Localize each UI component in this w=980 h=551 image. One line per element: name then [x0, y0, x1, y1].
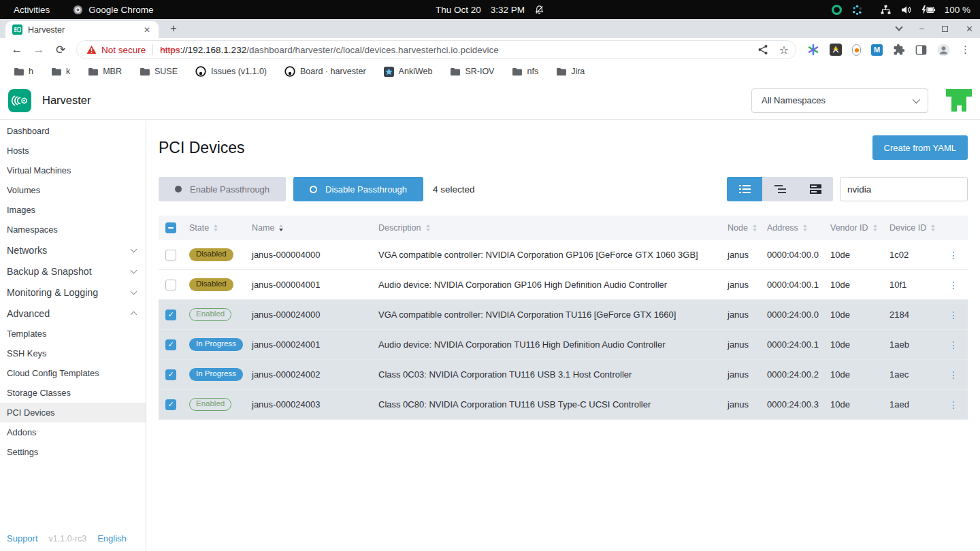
extensions-puzzle-icon[interactable]	[893, 44, 905, 56]
cell-name: janus-000024003	[245, 399, 372, 410]
not-secure-label[interactable]: Not secure	[101, 45, 146, 55]
row-checkbox[interactable]: ✓	[165, 399, 176, 410]
bookmark-folder-h[interactable]: h	[14, 67, 33, 76]
row-menu-icon[interactable]: ⋮	[949, 310, 958, 320]
extension-asterisk-icon[interactable]	[807, 44, 819, 56]
row-checkbox[interactable]: ✓	[165, 339, 176, 350]
sidebar-group-advanced[interactable]: Advanced	[0, 303, 146, 324]
row-checkbox[interactable]: ✓	[165, 369, 176, 380]
row-menu-icon[interactable]: ⋮	[949, 399, 958, 410]
address-bar[interactable]: Not secure https ://192.168.1.232 /dashb…	[76, 40, 796, 59]
sidebar-item-volumes[interactable]: Volumes	[0, 180, 146, 200]
sidebar-item-namespaces[interactable]: Namespaces	[0, 220, 146, 239]
disable-passthrough-button[interactable]: Disable Passthrough	[293, 177, 423, 201]
tree-view-button[interactable]	[762, 177, 798, 201]
system-tray[interactable]: 100 %	[831, 4, 980, 16]
sidebar-item-settings[interactable]: Settings	[0, 442, 146, 462]
sidebar-group-monitoring-logging[interactable]: Monitoring & Logging	[0, 282, 146, 303]
screen: Activities Google Chrome Thu Oct 20 3:32…	[0, 0, 980, 551]
close-window-button[interactable]: ✕	[966, 24, 973, 34]
side-panel-icon[interactable]	[915, 44, 927, 56]
bookmark-github-issues[interactable]: Issues (v1.1.0)	[195, 66, 267, 77]
bookmark-folder-nfs[interactable]: nfs	[512, 67, 538, 76]
sidebar-item-ssh-keys[interactable]: SSH Keys	[0, 344, 146, 363]
sidebar-item-storage-classes[interactable]: Storage Classes	[0, 383, 146, 403]
url-scheme: https	[160, 45, 180, 55]
header-name[interactable]: Name	[245, 223, 372, 233]
select-all-checkbox[interactable]	[165, 222, 176, 233]
focused-app-menu[interactable]: Google Chrome	[73, 5, 153, 15]
row-checkbox[interactable]	[165, 250, 176, 261]
header-vendor-id[interactable]: Vendor ID	[823, 223, 883, 233]
back-button[interactable]: ←	[7, 43, 27, 56]
support-link[interactable]: Support	[7, 533, 38, 544]
sidebar-item-templates[interactable]: Templates	[0, 324, 146, 344]
bookmark-star-icon[interactable]: ☆	[779, 44, 789, 56]
cell-description: Audio device: NVIDIA Corporation TU116 H…	[372, 339, 721, 350]
header-description[interactable]: Description	[372, 223, 721, 233]
namespace-filter-select[interactable]: All Namespaces	[751, 88, 928, 113]
bookmark-folder-jira[interactable]: Jira	[556, 67, 585, 76]
bookmark-github-board[interactable]: Board · harvester	[284, 66, 366, 77]
row-menu-icon[interactable]: ⋮	[949, 280, 958, 290]
list-view-button[interactable]	[727, 177, 762, 201]
row-menu-icon[interactable]: ⋮	[949, 369, 958, 380]
restore-button[interactable]	[942, 24, 948, 34]
folder-icon	[14, 67, 24, 76]
tab-search-icon[interactable]	[895, 23, 902, 31]
sidebar-item-dashboard[interactable]: Dashboard	[0, 121, 146, 141]
bookmark-folder-sriov[interactable]: SR-IOV	[450, 67, 494, 76]
cell-vendor-id: 10de	[823, 399, 883, 410]
sidebar-item-cloud-config-templates[interactable]: Cloud Config Templates	[0, 363, 146, 383]
card-view-button[interactable]	[798, 177, 833, 201]
tab-close-icon[interactable]: ✕	[141, 25, 153, 35]
share-icon[interactable]	[757, 44, 768, 55]
brand[interactable]: Harvester	[0, 89, 91, 112]
card-list-icon	[810, 184, 821, 194]
row-checkbox[interactable]	[165, 280, 176, 290]
cell-description: Audio device: NVIDIA Corporation GP106 H…	[372, 280, 721, 290]
row-menu-icon[interactable]: ⋮	[949, 339, 958, 350]
header-device-id[interactable]: Device ID	[883, 223, 939, 233]
browser-menu-icon[interactable]: ⋮	[960, 44, 970, 56]
sidebar-group-backup-snapshot[interactable]: Backup & Snapshot	[0, 261, 146, 282]
activities-button[interactable]: Activities	[14, 5, 50, 15]
extension-dark-square-icon[interactable]	[830, 44, 842, 56]
extension-m-icon[interactable]: M	[871, 44, 883, 56]
sidebar-item-addons[interactable]: Addons	[0, 422, 146, 442]
sidebar-item-hosts[interactable]: Hosts	[0, 141, 146, 161]
browser-tab-harvester[interactable]: Harvester ✕	[5, 21, 159, 38]
create-from-yaml-button[interactable]: Create from YAML	[872, 135, 968, 160]
bookmark-folder-k[interactable]: k	[51, 67, 70, 76]
url-path: /dashboard/harvester/c/local/devices.har…	[246, 45, 752, 55]
sidebar-group-networks[interactable]: Networks	[0, 239, 146, 261]
bookmark-folder-suse[interactable]: SUSE	[140, 67, 178, 76]
minimize-button[interactable]: −	[919, 24, 925, 34]
profile-avatar[interactable]	[937, 44, 950, 56]
filled-circle-icon	[175, 186, 182, 193]
header-address[interactable]: Address	[760, 223, 823, 233]
row-menu-icon[interactable]: ⋮	[949, 250, 958, 261]
bookmark-ankiweb[interactable]: AnkiWeb	[384, 67, 433, 77]
sidebar-item-virtual-machines[interactable]: Virtual Machines	[0, 161, 146, 180]
new-tab-button[interactable]: +	[166, 21, 181, 36]
sidebar-item-pci-devices[interactable]: PCI Devices	[0, 403, 146, 422]
bookmark-folder-mbr[interactable]: MBR	[88, 67, 122, 76]
url-host: ://192.168.1.232	[180, 45, 247, 55]
user-avatar[interactable]	[946, 88, 972, 114]
extension-capsule-icon[interactable]	[852, 44, 861, 56]
header-node[interactable]: Node	[721, 223, 760, 233]
search-input[interactable]	[840, 177, 968, 201]
sort-icon	[803, 224, 807, 231]
sidebar-item-images[interactable]: Images	[0, 200, 146, 220]
enable-passthrough-button[interactable]: Enable Passthrough	[159, 177, 286, 201]
clock[interactable]: Thu Oct 20 3:32 PM	[395, 5, 585, 15]
language-link[interactable]: English	[97, 533, 127, 544]
header-state[interactable]: State	[182, 223, 245, 233]
row-checkbox[interactable]: ✓	[165, 310, 176, 320]
forward-button[interactable]: →	[29, 43, 49, 56]
namespace-filter-value: All Namespaces	[762, 95, 826, 105]
cell-vendor-id: 10de	[823, 369, 883, 380]
sort-icon	[426, 224, 430, 231]
reload-button[interactable]: ⟳	[50, 43, 71, 57]
